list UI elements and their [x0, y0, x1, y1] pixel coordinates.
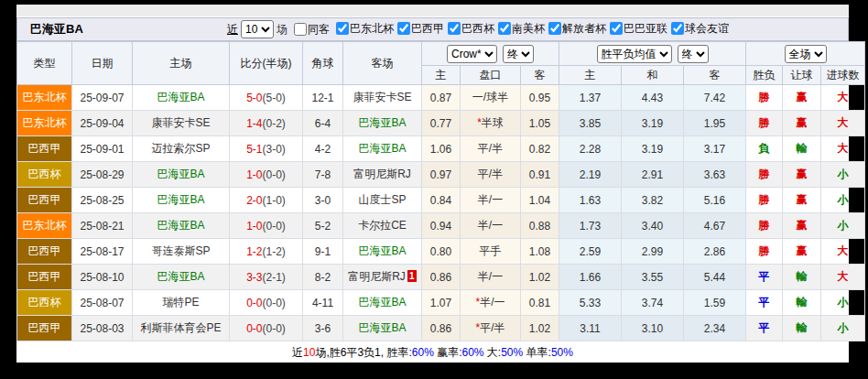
recent-link[interactable]: 近: [227, 22, 238, 38]
date-cell: 25-08-10: [72, 265, 133, 290]
avg-away-cell: 2.86: [684, 239, 746, 265]
col-header-avg-draw: 和: [622, 66, 684, 85]
home-team: 迈拉索尔SP: [151, 142, 210, 155]
col-header-league: 类型: [17, 42, 72, 85]
handicap-value: 半/一: [478, 219, 503, 232]
avg-state-select[interactable]: 终: [678, 45, 709, 63]
bookmaker-state-select[interactable]: 终: [503, 45, 534, 63]
col-header-avg-home: 主: [559, 66, 622, 85]
date-cell: 25-09-04: [72, 111, 133, 136]
result-cell: 勝: [746, 85, 783, 111]
half-score: (2-1): [263, 271, 286, 284]
avg-draw-cell: 3.40: [622, 213, 684, 239]
match-row[interactable]: 巴西甲 25-09-01 迈拉索尔SP 5-1(3-0) 4-2 巴海亚BA 1…: [17, 136, 865, 162]
league-checkbox[interactable]: [671, 22, 684, 35]
cover-cell: 赢: [783, 162, 821, 188]
match-row[interactable]: 巴西甲 25-08-25 巴海亚BA 2-0(1-0) 3-0 山度士SP 0.…: [17, 188, 865, 213]
result-cell: 勝: [746, 239, 783, 265]
avg-draw-cell: 3.82: [622, 188, 684, 213]
corner-cell: 7-8: [303, 162, 343, 188]
avg-home-cell: 1.63: [559, 188, 622, 213]
title-bar: 巴海亚BA 近 10 场 同客 巴东北杯 巴西甲 巴西杯 南美杯 解放者杯 巴巴…: [16, 17, 849, 41]
goals-cell: 小: [821, 162, 865, 188]
scope-select[interactable]: 全场: [785, 45, 827, 63]
avg-draw-cell: 2.99: [622, 239, 684, 265]
league-cell: 巴西甲: [17, 239, 72, 265]
league-checkbox[interactable]: [448, 22, 461, 35]
footer-recent-count: 10: [303, 346, 315, 359]
home-cell: 巴海亚BA: [133, 213, 230, 239]
match-row[interactable]: 巴东北杯 25-09-07 巴海亚BA 5-0(5-0) 12-1 康菲安卡SE…: [17, 85, 865, 111]
avg-home-cell: 3.11: [559, 316, 622, 341]
score-cell: 1-0(0-0): [230, 162, 303, 188]
ah-home-odds-cell: 0.80: [422, 239, 461, 265]
match-row[interactable]: 巴东北杯 25-08-21 巴海亚BA 1-0(0-0) 5-2 卡尔拉CE 0…: [17, 213, 865, 239]
half-score: (0-0): [263, 297, 286, 309]
league-cell: 巴东北杯: [17, 85, 72, 111]
league-filter-option: 巴西杯: [444, 21, 494, 37]
handicap-cell: *平/半: [461, 316, 521, 341]
col-header-corner: 角球: [303, 42, 343, 85]
bookmaker-select[interactable]: Crow*: [447, 45, 497, 63]
match-table-body: 巴东北杯 25-09-07 巴海亚BA 5-0(5-0) 12-1 康菲安卡SE…: [17, 85, 865, 341]
avg-away-cell: 3.17: [684, 136, 746, 162]
half-score: (3-0): [263, 143, 286, 156]
date-cell: 25-09-01: [72, 136, 133, 162]
home-cell: 巴海亚BA: [133, 85, 230, 111]
date-cell: 25-08-03: [72, 316, 133, 341]
ah-home-odds-cell: 0.87: [422, 85, 461, 111]
league-filter-option: 南美杯: [494, 21, 545, 37]
col-header-home: 主场: [133, 42, 230, 85]
league-cell: 巴西杯: [17, 290, 72, 316]
same-venue-label: 同客: [308, 22, 330, 38]
score-cell: 1-4(0-2): [230, 111, 303, 136]
date-cell: 25-08-29: [72, 162, 133, 188]
half-score: (0-0): [263, 220, 286, 233]
handicap-value: 平手: [480, 244, 502, 257]
col-header-score: 比分(半场): [230, 42, 303, 85]
avg-odds-header-group: 胜平负均值 终: [559, 42, 746, 66]
half-score: (1-2): [263, 245, 286, 258]
team-title: 巴海亚BA: [30, 21, 83, 38]
table-header: 类型 日期 主场 比分(半场) 角球 客场 Crow* 终 胜平负均值 终: [17, 42, 865, 85]
date-cell: 25-08-17: [72, 239, 133, 265]
avg-home-cell: 3.85: [559, 111, 622, 136]
ah-away-odds-cell: 1.04: [521, 188, 559, 213]
half-score: (1-0): [263, 194, 286, 207]
footer-single-rate: 50%: [551, 346, 573, 359]
full-score: 1-2: [246, 245, 262, 258]
recent-count-select[interactable]: 10: [241, 20, 274, 38]
match-row[interactable]: 巴东北杯 25-09-04 康菲安卡SE 1-4(0-2) 6-4 巴海亚BA …: [17, 111, 865, 136]
half-score: (0-2): [263, 117, 286, 130]
match-row[interactable]: 巴西甲 25-08-03 利斯菲体育会PE 0-0(0-0) 3-6 巴海亚BA…: [17, 316, 865, 341]
col-header-ah-home: 主: [422, 66, 461, 85]
full-score: 5-0: [246, 92, 262, 104]
footer-prefix: 近: [292, 345, 303, 361]
same-venue-checkbox[interactable]: [294, 23, 307, 36]
match-row[interactable]: 巴西甲 25-08-17 哥连泰斯SP 1-2(1-2) 9-1 巴海亚BA 0…: [17, 239, 865, 265]
league-label: 巴巴亚联: [624, 21, 667, 37]
handicap-value: 平/半: [480, 321, 505, 334]
half-score: (5-0): [263, 92, 286, 104]
league-checkbox[interactable]: [610, 22, 623, 35]
handicap-value: 半/一: [478, 270, 503, 283]
avg-draw-cell: 3.10: [622, 316, 684, 341]
away-cell: 富明尼斯RJ: [343, 162, 422, 188]
match-row[interactable]: 巴西杯 25-08-07 瑞特PE 0-0(0-0) 4-11 巴海亚BA 1.…: [17, 290, 865, 316]
ah-home-odds-cell: 0.77: [422, 111, 461, 136]
cover-cell: 輸: [783, 316, 821, 341]
league-checkbox[interactable]: [336, 22, 349, 35]
league-checkbox[interactable]: [397, 22, 410, 35]
match-row[interactable]: 巴西杯 25-08-29 巴海亚BA 1-0(0-0) 7-8 富明尼斯RJ 0…: [17, 162, 865, 188]
match-row[interactable]: 巴西甲 25-08-10 巴海亚BA 3-3(2-1) 8-2 富明尼斯RJ1 …: [17, 265, 865, 290]
away-cell: 巴海亚BA: [343, 111, 422, 136]
handicap-cell: 半/一: [461, 213, 521, 239]
ah-home-odds-cell: 0.84: [422, 188, 461, 213]
league-checkbox[interactable]: [498, 22, 511, 35]
avg-type-select[interactable]: 胜平负均值: [597, 45, 672, 63]
away-team: 巴海亚BA: [358, 244, 406, 257]
cover-cell: 赢: [783, 188, 821, 213]
col-header-date: 日期: [72, 42, 133, 85]
away-team: 富明尼斯RJ: [353, 168, 411, 180]
league-checkbox[interactable]: [548, 22, 561, 35]
